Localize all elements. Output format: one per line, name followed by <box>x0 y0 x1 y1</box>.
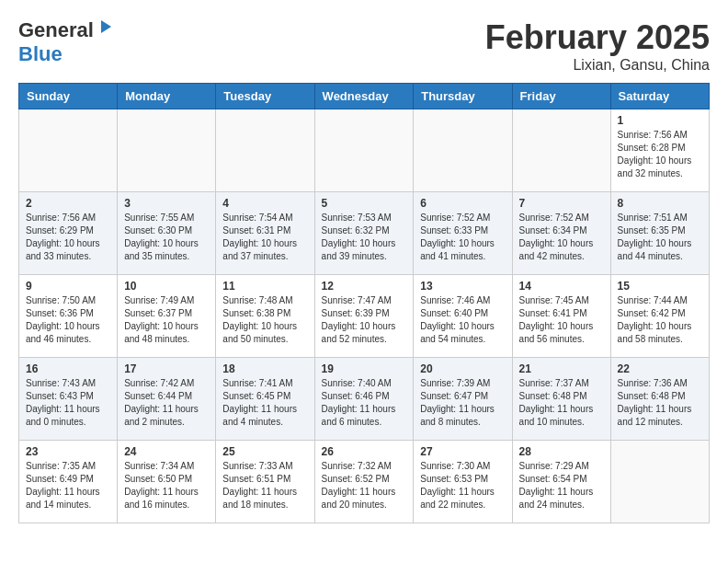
day-number: 8 <box>618 197 702 210</box>
day-number: 24 <box>124 445 209 458</box>
day-info: Sunrise: 7:54 AM Sunset: 6:31 PM Dayligh… <box>222 212 307 263</box>
table-row: 5Sunrise: 7:53 AM Sunset: 6:32 PM Daylig… <box>314 192 414 275</box>
calendar-week-row: 2Sunrise: 7:56 AM Sunset: 6:29 PM Daylig… <box>19 192 710 275</box>
table-row: 16Sunrise: 7:43 AM Sunset: 6:43 PM Dayli… <box>19 358 118 441</box>
table-row <box>414 109 512 192</box>
table-row: 1Sunrise: 7:56 AM Sunset: 6:28 PM Daylig… <box>610 109 709 192</box>
logo: General Blue <box>18 18 113 66</box>
day-number: 2 <box>26 197 110 210</box>
day-info: Sunrise: 7:33 AM Sunset: 6:51 PM Dayligh… <box>222 460 307 511</box>
day-info: Sunrise: 7:48 AM Sunset: 6:38 PM Dayligh… <box>222 294 307 346</box>
day-info: Sunrise: 7:37 AM Sunset: 6:48 PM Dayligh… <box>519 377 604 429</box>
calendar-header-row: Sunday Monday Tuesday Wednesday Thursday… <box>19 84 710 109</box>
day-number: 18 <box>222 362 307 375</box>
calendar-week-row: 1Sunrise: 7:56 AM Sunset: 6:28 PM Daylig… <box>19 109 710 192</box>
table-row: 22Sunrise: 7:36 AM Sunset: 6:48 PM Dayli… <box>610 358 709 441</box>
header-wednesday: Wednesday <box>314 84 414 109</box>
table-row: 3Sunrise: 7:55 AM Sunset: 6:30 PM Daylig… <box>118 192 216 275</box>
table-row: 12Sunrise: 7:47 AM Sunset: 6:39 PM Dayli… <box>314 275 414 358</box>
svg-marker-0 <box>101 20 111 33</box>
day-number: 22 <box>618 362 702 375</box>
day-number: 7 <box>519 197 604 210</box>
table-row: 21Sunrise: 7:37 AM Sunset: 6:48 PM Dayli… <box>512 358 610 441</box>
day-info: Sunrise: 7:43 AM Sunset: 6:43 PM Dayligh… <box>26 377 110 429</box>
header-friday: Friday <box>512 84 610 109</box>
calendar-week-row: 23Sunrise: 7:35 AM Sunset: 6:49 PM Dayli… <box>19 441 710 523</box>
day-info: Sunrise: 7:46 AM Sunset: 6:40 PM Dayligh… <box>420 294 505 346</box>
title-block: February 2025 Lixian, Gansu, China <box>485 18 710 74</box>
day-number: 12 <box>322 280 407 293</box>
day-info: Sunrise: 7:45 AM Sunset: 6:41 PM Dayligh… <box>519 294 604 346</box>
logo-general: General <box>18 18 94 42</box>
day-info: Sunrise: 7:40 AM Sunset: 6:46 PM Dayligh… <box>322 377 407 429</box>
day-number: 1 <box>618 114 702 127</box>
calendar-table: Sunday Monday Tuesday Wednesday Thursday… <box>18 83 710 523</box>
day-info: Sunrise: 7:52 AM Sunset: 6:33 PM Dayligh… <box>420 212 505 263</box>
day-info: Sunrise: 7:47 AM Sunset: 6:39 PM Dayligh… <box>322 294 407 346</box>
table-row <box>512 109 610 192</box>
day-number: 13 <box>420 280 505 293</box>
table-row: 9Sunrise: 7:50 AM Sunset: 6:36 PM Daylig… <box>19 275 118 358</box>
day-info: Sunrise: 7:56 AM Sunset: 6:29 PM Dayligh… <box>26 212 110 263</box>
day-number: 21 <box>519 362 604 375</box>
day-number: 6 <box>420 197 505 210</box>
day-info: Sunrise: 7:56 AM Sunset: 6:28 PM Dayligh… <box>618 129 702 180</box>
day-info: Sunrise: 7:30 AM Sunset: 6:53 PM Dayligh… <box>420 460 505 511</box>
table-row: 4Sunrise: 7:54 AM Sunset: 6:31 PM Daylig… <box>216 192 314 275</box>
table-row: 19Sunrise: 7:40 AM Sunset: 6:46 PM Dayli… <box>314 358 414 441</box>
header-thursday: Thursday <box>414 84 512 109</box>
table-row: 24Sunrise: 7:34 AM Sunset: 6:50 PM Dayli… <box>118 441 216 523</box>
header-tuesday: Tuesday <box>216 84 314 109</box>
table-row: 28Sunrise: 7:29 AM Sunset: 6:54 PM Dayli… <box>512 441 610 523</box>
day-number: 25 <box>222 445 307 458</box>
calendar-title: February 2025 <box>485 18 710 57</box>
day-info: Sunrise: 7:29 AM Sunset: 6:54 PM Dayligh… <box>519 460 604 511</box>
day-info: Sunrise: 7:50 AM Sunset: 6:36 PM Dayligh… <box>26 294 110 346</box>
table-row: 20Sunrise: 7:39 AM Sunset: 6:47 PM Dayli… <box>414 358 512 441</box>
table-row: 18Sunrise: 7:41 AM Sunset: 6:45 PM Dayli… <box>216 358 314 441</box>
day-info: Sunrise: 7:34 AM Sunset: 6:50 PM Dayligh… <box>124 460 209 511</box>
table-row <box>216 109 314 192</box>
table-row: 26Sunrise: 7:32 AM Sunset: 6:52 PM Dayli… <box>314 441 414 523</box>
day-number: 19 <box>322 362 407 375</box>
day-info: Sunrise: 7:52 AM Sunset: 6:34 PM Dayligh… <box>519 212 604 263</box>
table-row: 8Sunrise: 7:51 AM Sunset: 6:35 PM Daylig… <box>610 192 709 275</box>
day-info: Sunrise: 7:36 AM Sunset: 6:48 PM Dayligh… <box>618 377 702 429</box>
day-number: 4 <box>222 197 307 210</box>
table-row: 15Sunrise: 7:44 AM Sunset: 6:42 PM Dayli… <box>610 275 709 358</box>
day-number: 3 <box>124 197 209 210</box>
calendar-subtitle: Lixian, Gansu, China <box>485 57 710 74</box>
day-info: Sunrise: 7:49 AM Sunset: 6:37 PM Dayligh… <box>124 294 209 346</box>
day-number: 14 <box>519 280 604 293</box>
table-row: 6Sunrise: 7:52 AM Sunset: 6:33 PM Daylig… <box>414 192 512 275</box>
table-row <box>314 109 414 192</box>
header-saturday: Saturday <box>610 84 709 109</box>
table-row: 11Sunrise: 7:48 AM Sunset: 6:38 PM Dayli… <box>216 275 314 358</box>
day-number: 16 <box>26 362 110 375</box>
logo-triangle <box>97 18 113 39</box>
day-number: 17 <box>124 362 209 375</box>
day-info: Sunrise: 7:35 AM Sunset: 6:49 PM Dayligh… <box>26 460 110 511</box>
day-number: 26 <box>322 445 407 458</box>
table-row: 10Sunrise: 7:49 AM Sunset: 6:37 PM Dayli… <box>118 275 216 358</box>
day-number: 11 <box>222 280 307 293</box>
day-info: Sunrise: 7:41 AM Sunset: 6:45 PM Dayligh… <box>222 377 307 429</box>
table-row: 13Sunrise: 7:46 AM Sunset: 6:40 PM Dayli… <box>414 275 512 358</box>
table-row: 14Sunrise: 7:45 AM Sunset: 6:41 PM Dayli… <box>512 275 610 358</box>
header-monday: Monday <box>118 84 216 109</box>
table-row: 2Sunrise: 7:56 AM Sunset: 6:29 PM Daylig… <box>19 192 118 275</box>
day-info: Sunrise: 7:39 AM Sunset: 6:47 PM Dayligh… <box>420 377 505 429</box>
table-row: 17Sunrise: 7:42 AM Sunset: 6:44 PM Dayli… <box>118 358 216 441</box>
calendar-week-row: 9Sunrise: 7:50 AM Sunset: 6:36 PM Daylig… <box>19 275 710 358</box>
header-sunday: Sunday <box>19 84 118 109</box>
day-number: 28 <box>519 445 604 458</box>
day-number: 15 <box>618 280 702 293</box>
table-row: 23Sunrise: 7:35 AM Sunset: 6:49 PM Dayli… <box>19 441 118 523</box>
table-row: 7Sunrise: 7:52 AM Sunset: 6:34 PM Daylig… <box>512 192 610 275</box>
calendar-week-row: 16Sunrise: 7:43 AM Sunset: 6:43 PM Dayli… <box>19 358 710 441</box>
day-number: 5 <box>322 197 407 210</box>
day-info: Sunrise: 7:42 AM Sunset: 6:44 PM Dayligh… <box>124 377 209 429</box>
table-row <box>19 109 118 192</box>
day-info: Sunrise: 7:51 AM Sunset: 6:35 PM Dayligh… <box>618 212 702 263</box>
logo-blue: Blue <box>18 42 63 65</box>
